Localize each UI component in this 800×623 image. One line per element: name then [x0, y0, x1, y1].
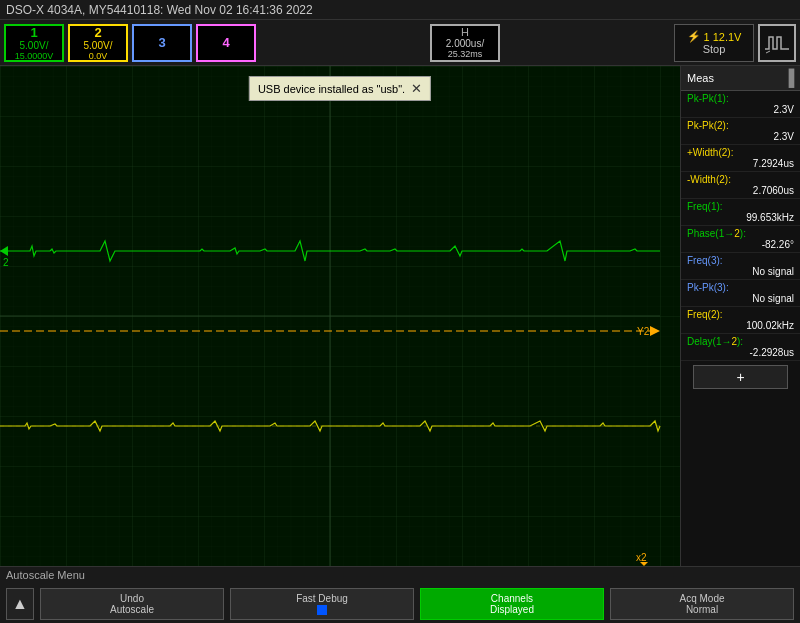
- delay: 25.32ms: [448, 49, 483, 59]
- menu-up-arrow[interactable]: ▲: [6, 588, 34, 620]
- meas-row-pkpk3: Pk-Pk(3): No signal: [681, 280, 800, 307]
- meas-width2p-value: 7.2924us: [687, 158, 794, 169]
- x2-label: x2: [636, 552, 647, 563]
- bottom-menu-label: Autoscale Menu: [0, 567, 800, 585]
- meas-freq1-value: 99.653kHz: [687, 212, 794, 223]
- softkey-acqmode[interactable]: Acq ModeNormal: [610, 588, 794, 620]
- meas-row-pkpk2: Pk-Pk(2): 2.3V: [681, 118, 800, 145]
- softkey-fastdebug-label: Fast Debug: [296, 593, 348, 604]
- usb-text: USB device installed as "usb".: [258, 83, 405, 95]
- trigger-icon: ⚡: [687, 30, 701, 43]
- meas-freq1-label: Freq(1):: [687, 201, 794, 212]
- softkey-fastdebug-inner: Fast Debug: [296, 593, 348, 615]
- meas-width2p-label: +Width(2):: [687, 147, 794, 158]
- timebase: 2.000us/: [446, 38, 484, 49]
- channel-2-btn[interactable]: 2 5.00V/ 0.0V: [68, 24, 128, 62]
- ch1-offset: 15.0000V: [15, 51, 54, 61]
- x2-arrow: [640, 562, 648, 566]
- softkey-undo[interactable]: UndoAutoscale: [40, 588, 224, 620]
- measurements-panel: Meas ▐ Pk-Pk(1): 2.3V Pk-Pk(2): 2.3V +Wi…: [680, 66, 800, 566]
- softkey-channels[interactable]: ChannelsDisplayed: [420, 588, 604, 620]
- ch1-arrow: [0, 246, 8, 256]
- softkey-acqmode-label: Acq ModeNormal: [679, 593, 724, 615]
- meas-freq2-value: 100.02kHz: [687, 320, 794, 331]
- meas-width2n-label: -Width(2):: [687, 174, 794, 185]
- softkey-fastdebug[interactable]: Fast Debug: [230, 588, 414, 620]
- meas-row-phase: Phase(1→2): -82.26°: [681, 226, 800, 253]
- softkey-channels-label: ChannelsDisplayed: [490, 593, 534, 615]
- channel-4-btn[interactable]: 4: [196, 24, 256, 62]
- softkey-row: ▲ UndoAutoscale Fast Debug ChannelsDispl…: [0, 585, 800, 623]
- h-label: H: [461, 26, 469, 38]
- trigger-ch: 1: [704, 31, 710, 43]
- ch3-num: 3: [158, 35, 165, 50]
- scope-title: DSO-X 4034A, MY54410118: Wed Nov 02 16:4…: [6, 3, 313, 17]
- usb-message: USB device installed as "usb". ✕: [249, 76, 431, 101]
- ch1-waveform: [0, 241, 660, 261]
- ch2-num: 2: [94, 25, 101, 40]
- main-area: USB device installed as "usb". ✕ Y2: [0, 66, 800, 566]
- ch1-volt: 5.00V/: [20, 40, 49, 51]
- ch4-num: 4: [222, 35, 229, 50]
- channel-controls: 1 5.00V/ 15.0000V 2 5.00V/ 0.0V 3 4 H 2.…: [0, 20, 800, 66]
- title-bar: DSO-X 4034A, MY54410118: Wed Nov 02 16:4…: [0, 0, 800, 20]
- meas-row-width2n: -Width(2): 2.7060us: [681, 172, 800, 199]
- meas-row-delay: Delay(1→2): -2.2928us: [681, 334, 800, 361]
- meas-icon: ▐: [783, 69, 794, 87]
- meas-freq2-label: Freq(2):: [687, 309, 794, 320]
- scope-display: USB device installed as "usb". ✕ Y2: [0, 66, 680, 566]
- meas-delay-value: -2.2928us: [687, 347, 794, 358]
- ch2-volt: 5.00V/: [84, 40, 113, 51]
- trigger-mode: Stop: [703, 43, 726, 55]
- ch3-waveform: [0, 421, 660, 431]
- meas-delay-label: Delay(1→2):: [687, 336, 794, 347]
- ch1-num: 1: [30, 25, 37, 40]
- meas-freq3-value: No signal: [687, 266, 794, 277]
- meas-header: Meas ▐: [681, 66, 800, 91]
- waveform-overlay: Y2 2 x2: [0, 66, 680, 566]
- add-measurement-btn[interactable]: +: [693, 365, 788, 389]
- meas-phase-label: Phase(1→2):: [687, 228, 794, 239]
- waveform-icon[interactable]: [758, 24, 796, 62]
- meas-pkpk1-value: 2.3V: [687, 104, 794, 115]
- meas-row-freq2: Freq(2): 100.02kHz: [681, 307, 800, 334]
- trigger-level: 12.1V: [713, 31, 742, 43]
- trigger-area[interactable]: ⚡ 1 12.1V Stop: [674, 24, 754, 62]
- meas-phase-value: -82.26°: [687, 239, 794, 250]
- meas-pkpk2-value: 2.3V: [687, 131, 794, 142]
- meas-row-width2p: +Width(2): 7.2924us: [681, 145, 800, 172]
- y2-label: Y2: [637, 326, 650, 337]
- y2-arrow: [650, 326, 660, 336]
- softkey-undo-label: UndoAutoscale: [110, 593, 154, 615]
- meas-pkpk2-label: Pk-Pk(2):: [687, 120, 794, 131]
- meas-width2n-value: 2.7060us: [687, 185, 794, 196]
- meas-title: Meas: [687, 72, 714, 84]
- meas-row-pkpk1: Pk-Pk(1): 2.3V: [681, 91, 800, 118]
- fast-debug-square: [317, 605, 327, 615]
- meas-row-freq1: Freq(1): 99.653kHz: [681, 199, 800, 226]
- meas-row-freq3: Freq(3): No signal: [681, 253, 800, 280]
- bottom-menu: Autoscale Menu ▲ UndoAutoscale Fast Debu…: [0, 566, 800, 623]
- meas-pkpk1-label: Pk-Pk(1):: [687, 93, 794, 104]
- meas-pkpk3-value: No signal: [687, 293, 794, 304]
- ch2-offset: 0.0V: [89, 51, 108, 61]
- horizontal-btn[interactable]: H 2.000us/ 25.32ms: [430, 24, 500, 62]
- channel-3-btn[interactable]: 3: [132, 24, 192, 62]
- usb-close-btn[interactable]: ✕: [411, 81, 422, 96]
- meas-freq3-label: Freq(3):: [687, 255, 794, 266]
- meas-pkpk3-label: Pk-Pk(3):: [687, 282, 794, 293]
- channel-1-btn[interactable]: 1 5.00V/ 15.0000V: [4, 24, 64, 62]
- ch1-level-label: 2: [3, 257, 9, 268]
